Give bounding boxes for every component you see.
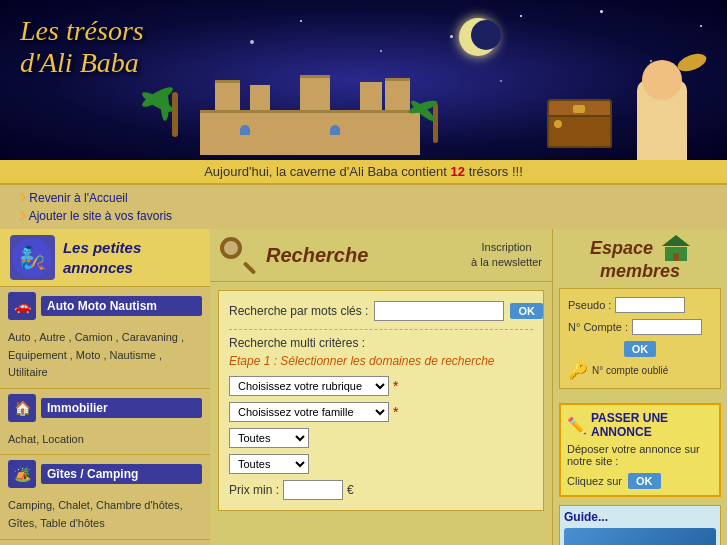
- palm-left: [155, 92, 195, 155]
- prix-min-input[interactable]: [283, 480, 343, 500]
- genie-icon: 🧞: [10, 235, 55, 280]
- famille-select[interactable]: Choisissez votre famille: [229, 402, 389, 422]
- auto-label: Auto Moto Nautism: [41, 296, 202, 316]
- passer-ok-button[interactable]: OK: [628, 473, 661, 489]
- nav-links: Revenir à l'Accueil Ajouter le site à vo…: [0, 185, 727, 229]
- pencil-icon: ✏️: [567, 416, 587, 435]
- immo-label: Immobilier: [41, 398, 202, 418]
- treasure-count: 12: [451, 164, 465, 179]
- prix-min-row: Prix min : €: [229, 480, 533, 500]
- toutes-row-1: Toutes: [229, 428, 533, 448]
- pseudo-row: Pseudo :: [568, 297, 712, 313]
- treasure-chest: [547, 113, 612, 148]
- category-info: 💻 Informatique / divers: [0, 540, 210, 545]
- category-immo: 🏠 Immobilier Achat, Location: [0, 389, 210, 456]
- membres-form: Pseudo : N° Compte : OK 🔑 N° compte oubl…: [559, 288, 721, 389]
- key-icon: 🔑: [568, 361, 588, 380]
- house-icon: [662, 235, 690, 261]
- multi-criteria-label: Recherche multi critères :: [229, 336, 533, 350]
- gites-label: Gîtes / Camping: [41, 464, 202, 484]
- mots-cles-input[interactable]: [374, 301, 504, 321]
- membres-ok-button[interactable]: OK: [624, 341, 657, 357]
- left-sidebar: 🧞 Les petites annonces 🚗 Auto Moto Nauti…: [0, 229, 210, 545]
- auto-icon: 🚗: [8, 292, 36, 320]
- subheader-bar: Aujourd'hui, la caverne d'Ali Baba conti…: [0, 160, 727, 185]
- home-link[interactable]: Revenir à l'Accueil: [15, 189, 712, 207]
- moon: [459, 18, 497, 56]
- toutes-row-2: Toutes: [229, 454, 533, 474]
- passer-cliquez-row: Cliquez sur OK: [567, 473, 713, 489]
- immo-links: Achat, Location: [0, 427, 210, 455]
- title-line1: Les trésors: [20, 15, 144, 47]
- newsletter-link[interactable]: Inscription à la newsletter: [471, 240, 542, 271]
- category-immo-title[interactable]: 🏠 Immobilier: [0, 389, 210, 427]
- sidebar-title: Les petites annonces: [63, 238, 200, 277]
- search-title: Recherche: [266, 244, 368, 267]
- pseudo-label: Pseudo :: [568, 299, 611, 311]
- compte-label: N° Compte :: [568, 321, 628, 333]
- guide-section: Guide...: [559, 505, 721, 545]
- subheader-suffix: trésors !!!: [469, 164, 523, 179]
- category-info-title[interactable]: 💻 Informatique / divers: [0, 540, 210, 545]
- prix-min-label: Prix min :: [229, 483, 279, 497]
- toutes-select-2[interactable]: Toutes: [229, 454, 309, 474]
- mots-cles-row: Recherche par mots clés : OK: [229, 301, 533, 321]
- required-star-2: *: [393, 404, 398, 420]
- search-ok-button[interactable]: OK: [510, 303, 543, 319]
- passer-cliquez-label: Cliquez sur: [567, 475, 622, 487]
- rubrique-row: Choisissez votre rubrique *: [229, 376, 533, 396]
- subheader-text: Aujourd'hui, la caverne d'Ali Baba conti…: [204, 164, 447, 179]
- espace-membres: Espace membres Pseudo : N° Compte :: [553, 229, 727, 395]
- required-star-1: *: [393, 378, 398, 394]
- center-content: Recherche Inscription à la newsletter Re…: [210, 229, 552, 545]
- immo-icon: 🏠: [8, 394, 36, 422]
- compte-row: N° Compte :: [568, 319, 712, 335]
- main-layout: 🧞 Les petites annonces 🚗 Auto Moto Nauti…: [0, 229, 727, 545]
- search-divider: [229, 329, 533, 330]
- pseudo-input[interactable]: [615, 297, 685, 313]
- toutes-select-1[interactable]: Toutes: [229, 428, 309, 448]
- category-gites-title[interactable]: 🏕️ Gîtes / Camping: [0, 455, 210, 493]
- passer-annonce-title: ✏️ PASSER UNE ANNONCE: [567, 411, 713, 439]
- header: Les trésors d'Ali Baba: [0, 0, 727, 160]
- guide-banner: [564, 528, 716, 545]
- search-form: Recherche par mots clés : OK Recherche m…: [218, 290, 544, 511]
- espace-title: Espace: [559, 235, 721, 261]
- magnifier-area: [220, 237, 256, 273]
- mots-cles-label: Recherche par mots clés :: [229, 304, 368, 318]
- famille-row: Choisissez votre famille *: [229, 402, 533, 422]
- category-auto-title[interactable]: 🚗 Auto Moto Nautism: [0, 287, 210, 325]
- palm-right: [420, 103, 450, 155]
- site-title: Les trésors d'Ali Baba: [20, 15, 144, 79]
- compte-input[interactable]: [632, 319, 702, 335]
- favorites-link[interactable]: Ajouter le site à vos favoris: [15, 207, 712, 225]
- guide-label: Guide...: [564, 510, 716, 524]
- membres-title-2: membres: [559, 261, 721, 282]
- search-header: Recherche Inscription à la newsletter: [210, 229, 552, 282]
- compte-oublie: 🔑 N° compte oublié: [568, 361, 712, 380]
- rubrique-select[interactable]: Choisissez votre rubrique: [229, 376, 389, 396]
- sidebar-header: 🧞 Les petites annonces: [0, 229, 210, 287]
- membres-ok-row: OK: [568, 341, 712, 357]
- magnifier-icon: [220, 237, 256, 273]
- passer-annonce-text: Déposer votre annonce sur notre site :: [567, 443, 713, 467]
- genie-figure: [617, 35, 707, 160]
- auto-links: Auto , Autre , Camion , Caravaning , Equ…: [0, 325, 210, 388]
- title-line2: d'Ali Baba: [20, 47, 144, 79]
- right-sidebar: Espace membres Pseudo : N° Compte :: [552, 229, 727, 545]
- castle-decoration: [200, 80, 420, 155]
- category-auto: 🚗 Auto Moto Nautism Auto , Autre , Camio…: [0, 287, 210, 389]
- passer-annonce: ✏️ PASSER UNE ANNONCE Déposer votre anno…: [559, 403, 721, 497]
- category-gites: 🏕️ Gîtes / Camping Camping, Chalet, Cham…: [0, 455, 210, 539]
- gites-links: Camping, Chalet, Chambre d'hôtes, Gîtes,…: [0, 493, 210, 538]
- step-label: Etape 1 : Sélectionner les domaines de r…: [229, 354, 533, 368]
- gites-icon: 🏕️: [8, 460, 36, 488]
- currency-symbol: €: [347, 483, 354, 497]
